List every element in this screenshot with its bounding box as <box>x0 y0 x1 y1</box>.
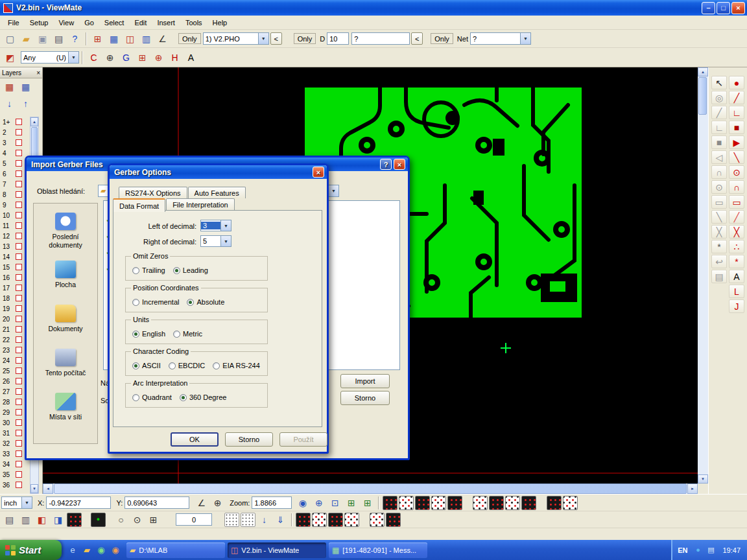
layer-color-swatch[interactable] <box>16 440 22 447</box>
text-tool-icon[interactable]: A <box>729 270 744 283</box>
open-folder-icon[interactable]: ▰ <box>19 32 34 46</box>
menu-view[interactable]: View <box>53 17 79 29</box>
messenger-quicklaunch-icon[interactable]: ◉ <box>95 544 108 557</box>
dcode-view-4-icon[interactable] <box>431 496 446 510</box>
mirror-icon[interactable]: ◨ <box>51 513 65 527</box>
cancel-button[interactable]: Storno <box>225 432 273 447</box>
start-button[interactable]: Start <box>0 540 62 560</box>
layer-color-swatch[interactable] <box>16 399 22 405</box>
dcode-view-2-icon[interactable] <box>399 496 414 510</box>
network-place[interactable]: Místa v síti <box>36 385 95 429</box>
rounded-rect-tool-gray-icon[interactable]: ▭ <box>711 195 727 209</box>
close-panel-icon[interactable]: × <box>36 69 40 76</box>
slant-tool-gray-icon[interactable]: ╲ <box>711 210 727 224</box>
explorer-quicklaunch-icon[interactable]: ▰ <box>80 544 93 557</box>
x-coordinate-field[interactable]: -0.942237 <box>46 496 111 509</box>
layer-color-swatch[interactable] <box>16 461 22 467</box>
line-tool-gray-icon[interactable]: ╱ <box>711 106 727 119</box>
dcode-view-7-icon[interactable] <box>489 496 504 510</box>
layer-color-swatch[interactable] <box>16 347 22 353</box>
layer-row-35[interactable]: 35 <box>0 469 30 480</box>
tab-data-format[interactable]: Data Format <box>113 198 165 212</box>
layer-color-swatch[interactable] <box>16 368 22 374</box>
computer-place[interactable]: Tento počítač <box>36 341 95 385</box>
draw-polyline-tool-icon[interactable]: ∟ <box>729 106 744 119</box>
flash-pad-tool-icon[interactable]: ● <box>729 76 744 89</box>
component-tool-icon[interactable]: C <box>86 51 101 65</box>
fill-pattern-5-icon[interactable] <box>370 513 385 527</box>
layer-color-swatch[interactable] <box>16 202 22 208</box>
layer-color-swatch[interactable] <box>16 129 22 135</box>
layer-color-swatch[interactable] <box>16 316 22 322</box>
round-aperture-icon[interactable]: ○ <box>113 513 128 527</box>
chevron-down-icon[interactable]: ▼ <box>21 497 32 508</box>
move-layer-down-button[interactable]: ↓ <box>2 97 17 111</box>
chevron-down-icon[interactable]: ▼ <box>220 220 231 231</box>
help-button[interactable]: ? <box>380 159 392 170</box>
scrollbar-thumb[interactable] <box>54 484 687 494</box>
radio-incremental[interactable]: Incremental <box>132 298 179 306</box>
selection-count-field[interactable]: 0 <box>176 513 212 526</box>
fill-pattern-3-icon[interactable] <box>328 513 343 527</box>
draw-rect-tool-icon[interactable]: ■ <box>729 121 744 134</box>
layer-color-swatch[interactable] <box>16 326 22 332</box>
layer-color-swatch[interactable] <box>16 139 22 146</box>
minimize-button[interactable]: – <box>702 2 715 14</box>
storno-button[interactable]: Storno <box>340 391 390 405</box>
layer-tool-gray-icon[interactable]: ▤ <box>711 270 727 283</box>
hole-tool-icon[interactable]: H <box>167 51 182 65</box>
radio-trailing[interactable]: Trailing <box>132 266 165 274</box>
highlight-dcode-icon[interactable]: ▦ <box>106 32 121 46</box>
scroll-left-icon[interactable]: ◄ <box>43 484 53 494</box>
draw-line-tool-icon[interactable]: ╱ <box>729 91 744 104</box>
radio-360-degree[interactable]: 360 Degree <box>180 393 227 401</box>
draw-dashed-rect-tool-icon[interactable]: ▭ <box>729 195 744 209</box>
layers-panel-header[interactable]: Layers × <box>0 67 42 78</box>
origin-icon[interactable]: ⊕ <box>210 496 225 510</box>
menu-edit[interactable]: Edit <box>129 17 152 29</box>
layer-color-swatch[interactable] <box>16 160 22 167</box>
zoom-field[interactable]: 1.8866 <box>252 496 292 509</box>
chevron-down-icon[interactable]: ▼ <box>68 52 78 63</box>
chevron-down-icon[interactable]: ▼ <box>520 33 530 44</box>
unit-combo[interactable]: inch ▼ <box>1 496 32 509</box>
canvas-horizontal-scrollbar[interactable]: ◄ ► <box>43 484 698 494</box>
layer-row-36[interactable]: 36 <box>0 480 30 490</box>
measure-icon[interactable]: ∠ <box>155 32 170 46</box>
radio-quadrant[interactable]: Quadrant <box>132 393 172 401</box>
new-file-icon[interactable]: ▢ <box>3 32 18 46</box>
tab-file-interpretation[interactable]: File Interpretation <box>166 198 235 211</box>
dcode-view-10-icon[interactable] <box>547 496 562 510</box>
dcode-table-icon[interactable]: ⊞ <box>90 32 105 46</box>
aperture-mode-icon[interactable]: ◩ <box>3 51 18 65</box>
context-help-icon[interactable]: ? <box>67 32 82 46</box>
scrollbar-thumb[interactable] <box>31 127 38 157</box>
measure-distance-icon[interactable]: ∠ <box>194 496 209 510</box>
radio-english[interactable]: English <box>132 330 165 338</box>
draw-circle-tool-icon[interactable]: ⊙ <box>729 165 744 179</box>
draw-arc-tool-icon[interactable]: ∩ <box>729 180 744 194</box>
layer-color-swatch[interactable] <box>16 409 22 415</box>
restore-button[interactable]: □ <box>717 2 730 14</box>
layer-color-swatch[interactable] <box>16 482 22 488</box>
polygon-tool-gray-icon[interactable]: ◁ <box>711 150 727 164</box>
zoom-select-icon[interactable]: ◉ <box>295 496 310 510</box>
scroll-right-icon[interactable]: ► <box>687 484 698 494</box>
circle-tool-gray-icon[interactable]: ⊙ <box>711 180 727 194</box>
undo-tool-gray-icon[interactable]: ↩ <box>711 255 727 268</box>
task-message[interactable]: ▦[191-482-091] - Mess... <box>329 542 427 558</box>
scroll-up-icon[interactable]: ▲ <box>30 117 38 126</box>
dcode-view-1-icon[interactable] <box>383 496 397 510</box>
dcode-view-9-icon[interactable] <box>521 496 536 510</box>
dcode-view-5-icon[interactable] <box>447 496 462 510</box>
layer-stack-icon[interactable]: ▥ <box>18 513 33 527</box>
radio-eia-rs-244[interactable]: EIA RS-244 <box>213 362 259 369</box>
only-net-toggle[interactable]: Only <box>431 33 453 44</box>
draw-slant-tool-icon[interactable]: ╲ <box>729 150 744 164</box>
dots-tool-icon[interactable]: ∴ <box>729 240 744 253</box>
dcode-value-field[interactable]: 10 <box>327 32 349 45</box>
chevron-down-icon[interactable]: ▼ <box>328 185 338 196</box>
net-combo[interactable]: ? ▼ <box>470 32 531 45</box>
menu-setup[interactable]: Setup <box>25 17 54 29</box>
chevron-down-icon[interactable]: ▼ <box>258 33 268 44</box>
